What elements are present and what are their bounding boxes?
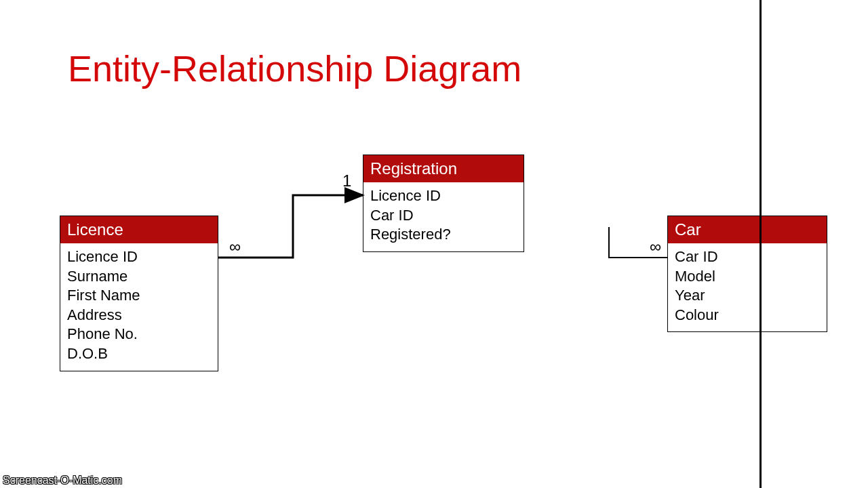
entity-licence: Licence Licence ID Surname First Name Ad… xyxy=(60,216,218,371)
entity-attr: Phone No. xyxy=(67,325,211,344)
entity-car-header: Car xyxy=(668,216,827,243)
entity-car-body: Car ID Model Year Colour xyxy=(668,243,827,331)
entity-licence-header: Licence xyxy=(60,216,218,243)
diagram-title: Entity-Relationship Diagram xyxy=(68,47,521,89)
entity-car: Car Car ID Model Year Colour xyxy=(667,216,827,332)
cardinality-licence: ∞ xyxy=(229,237,241,256)
entity-attr: Model xyxy=(675,267,820,287)
entity-attr: First Name xyxy=(67,286,211,306)
entity-attr: Licence ID xyxy=(370,186,517,206)
entity-attr: Registered? xyxy=(370,225,517,245)
entity-attr: Colour xyxy=(675,306,820,325)
entity-registration-header: Registration xyxy=(363,155,524,182)
entity-registration-body: Licence ID Car ID Registered? xyxy=(363,182,524,251)
entity-registration: Registration Licence ID Car ID Registere… xyxy=(363,155,524,252)
entity-attr: D.O.B xyxy=(67,344,211,364)
entity-attr: Year xyxy=(675,286,820,306)
entity-attr: Car ID xyxy=(370,206,517,226)
cardinality-car: ∞ xyxy=(650,237,661,256)
vertical-divider xyxy=(760,0,762,488)
cardinality-registration: 1 xyxy=(342,171,351,190)
entity-attr: Address xyxy=(67,306,211,325)
entity-attr: Licence ID xyxy=(67,247,211,267)
entity-attr: Car ID xyxy=(675,247,820,267)
entity-attr: Surname xyxy=(67,267,211,287)
entity-licence-body: Licence ID Surname First Name Address Ph… xyxy=(60,243,218,371)
watermark: Screencast-O-Matic.com xyxy=(0,473,125,488)
